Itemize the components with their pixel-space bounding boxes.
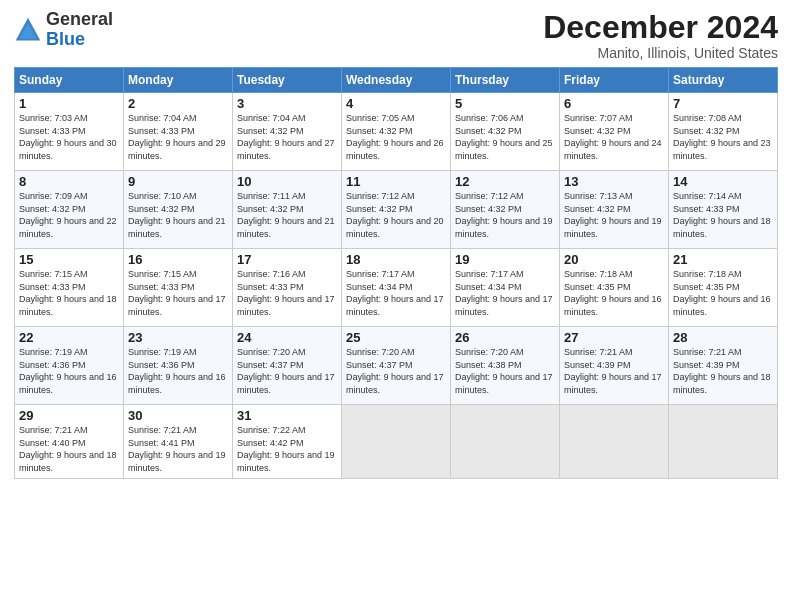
day-info: Sunrise: 7:14 AMSunset: 4:33 PMDaylight:… (673, 191, 771, 239)
day-info: Sunrise: 7:08 AMSunset: 4:32 PMDaylight:… (673, 113, 771, 161)
day-info: Sunrise: 7:12 AMSunset: 4:32 PMDaylight:… (455, 191, 553, 239)
day-info: Sunrise: 7:05 AMSunset: 4:32 PMDaylight:… (346, 113, 444, 161)
calendar-cell: 20 Sunrise: 7:18 AMSunset: 4:35 PMDaylig… (560, 249, 669, 327)
day-info: Sunrise: 7:16 AMSunset: 4:33 PMDaylight:… (237, 269, 335, 317)
calendar-cell: 30 Sunrise: 7:21 AMSunset: 4:41 PMDaylig… (124, 405, 233, 478)
day-number: 12 (455, 174, 555, 189)
day-info: Sunrise: 7:21 AMSunset: 4:39 PMDaylight:… (564, 347, 662, 395)
day-info: Sunrise: 7:20 AMSunset: 4:38 PMDaylight:… (455, 347, 553, 395)
calendar-cell: 22 Sunrise: 7:19 AMSunset: 4:36 PMDaylig… (15, 327, 124, 405)
day-number: 16 (128, 252, 228, 267)
day-number: 27 (564, 330, 664, 345)
col-thursday: Thursday (451, 68, 560, 93)
day-number: 8 (19, 174, 119, 189)
day-number: 29 (19, 408, 119, 423)
calendar-table: Sunday Monday Tuesday Wednesday Thursday… (14, 67, 778, 478)
calendar-week-5: 29 Sunrise: 7:21 AMSunset: 4:40 PMDaylig… (15, 405, 778, 478)
day-number: 14 (673, 174, 773, 189)
day-info: Sunrise: 7:04 AMSunset: 4:32 PMDaylight:… (237, 113, 335, 161)
day-number: 28 (673, 330, 773, 345)
calendar-cell: 6 Sunrise: 7:07 AMSunset: 4:32 PMDayligh… (560, 93, 669, 171)
logo-blue: Blue (46, 29, 85, 49)
calendar-week-1: 1 Sunrise: 7:03 AMSunset: 4:33 PMDayligh… (15, 93, 778, 171)
calendar-cell: 15 Sunrise: 7:15 AMSunset: 4:33 PMDaylig… (15, 249, 124, 327)
day-info: Sunrise: 7:21 AMSunset: 4:39 PMDaylight:… (673, 347, 771, 395)
calendar-cell: 10 Sunrise: 7:11 AMSunset: 4:32 PMDaylig… (233, 171, 342, 249)
day-info: Sunrise: 7:18 AMSunset: 4:35 PMDaylight:… (673, 269, 771, 317)
col-monday: Monday (124, 68, 233, 93)
day-info: Sunrise: 7:06 AMSunset: 4:32 PMDaylight:… (455, 113, 553, 161)
day-number: 30 (128, 408, 228, 423)
calendar-cell (669, 405, 778, 478)
calendar-cell: 31 Sunrise: 7:22 AMSunset: 4:42 PMDaylig… (233, 405, 342, 478)
day-number: 20 (564, 252, 664, 267)
day-info: Sunrise: 7:22 AMSunset: 4:42 PMDaylight:… (237, 425, 335, 473)
day-number: 10 (237, 174, 337, 189)
day-number: 11 (346, 174, 446, 189)
day-info: Sunrise: 7:13 AMSunset: 4:32 PMDaylight:… (564, 191, 662, 239)
day-info: Sunrise: 7:20 AMSunset: 4:37 PMDaylight:… (346, 347, 444, 395)
month-title: December 2024 (543, 10, 778, 45)
calendar-cell: 4 Sunrise: 7:05 AMSunset: 4:32 PMDayligh… (342, 93, 451, 171)
calendar-cell: 25 Sunrise: 7:20 AMSunset: 4:37 PMDaylig… (342, 327, 451, 405)
header: General Blue December 2024 Manito, Illin… (14, 10, 778, 61)
day-info: Sunrise: 7:11 AMSunset: 4:32 PMDaylight:… (237, 191, 335, 239)
day-number: 17 (237, 252, 337, 267)
calendar-cell: 3 Sunrise: 7:04 AMSunset: 4:32 PMDayligh… (233, 93, 342, 171)
calendar-cell (342, 405, 451, 478)
day-number: 6 (564, 96, 664, 111)
day-info: Sunrise: 7:07 AMSunset: 4:32 PMDaylight:… (564, 113, 662, 161)
logo-text: General Blue (46, 10, 113, 50)
header-row: Sunday Monday Tuesday Wednesday Thursday… (15, 68, 778, 93)
day-number: 19 (455, 252, 555, 267)
day-info: Sunrise: 7:12 AMSunset: 4:32 PMDaylight:… (346, 191, 444, 239)
calendar-cell: 12 Sunrise: 7:12 AMSunset: 4:32 PMDaylig… (451, 171, 560, 249)
calendar-cell: 23 Sunrise: 7:19 AMSunset: 4:36 PMDaylig… (124, 327, 233, 405)
calendar-cell: 8 Sunrise: 7:09 AMSunset: 4:32 PMDayligh… (15, 171, 124, 249)
day-info: Sunrise: 7:21 AMSunset: 4:40 PMDaylight:… (19, 425, 117, 473)
day-number: 2 (128, 96, 228, 111)
col-wednesday: Wednesday (342, 68, 451, 93)
day-number: 21 (673, 252, 773, 267)
day-number: 15 (19, 252, 119, 267)
day-info: Sunrise: 7:10 AMSunset: 4:32 PMDaylight:… (128, 191, 226, 239)
logo: General Blue (14, 10, 113, 50)
day-number: 9 (128, 174, 228, 189)
calendar-week-4: 22 Sunrise: 7:19 AMSunset: 4:36 PMDaylig… (15, 327, 778, 405)
calendar-cell: 1 Sunrise: 7:03 AMSunset: 4:33 PMDayligh… (15, 93, 124, 171)
day-number: 4 (346, 96, 446, 111)
calendar-cell: 17 Sunrise: 7:16 AMSunset: 4:33 PMDaylig… (233, 249, 342, 327)
calendar-cell: 5 Sunrise: 7:06 AMSunset: 4:32 PMDayligh… (451, 93, 560, 171)
calendar-cell: 11 Sunrise: 7:12 AMSunset: 4:32 PMDaylig… (342, 171, 451, 249)
day-info: Sunrise: 7:15 AMSunset: 4:33 PMDaylight:… (19, 269, 117, 317)
day-info: Sunrise: 7:17 AMSunset: 4:34 PMDaylight:… (455, 269, 553, 317)
calendar-cell: 18 Sunrise: 7:17 AMSunset: 4:34 PMDaylig… (342, 249, 451, 327)
calendar-cell: 14 Sunrise: 7:14 AMSunset: 4:33 PMDaylig… (669, 171, 778, 249)
day-number: 23 (128, 330, 228, 345)
col-friday: Friday (560, 68, 669, 93)
calendar-cell: 29 Sunrise: 7:21 AMSunset: 4:40 PMDaylig… (15, 405, 124, 478)
calendar-cell: 19 Sunrise: 7:17 AMSunset: 4:34 PMDaylig… (451, 249, 560, 327)
page-container: General Blue December 2024 Manito, Illin… (0, 0, 792, 487)
col-sunday: Sunday (15, 68, 124, 93)
location: Manito, Illinois, United States (543, 45, 778, 61)
day-number: 1 (19, 96, 119, 111)
day-info: Sunrise: 7:20 AMSunset: 4:37 PMDaylight:… (237, 347, 335, 395)
day-number: 5 (455, 96, 555, 111)
calendar-cell: 28 Sunrise: 7:21 AMSunset: 4:39 PMDaylig… (669, 327, 778, 405)
calendar-cell: 9 Sunrise: 7:10 AMSunset: 4:32 PMDayligh… (124, 171, 233, 249)
calendar-body: 1 Sunrise: 7:03 AMSunset: 4:33 PMDayligh… (15, 93, 778, 478)
calendar-week-2: 8 Sunrise: 7:09 AMSunset: 4:32 PMDayligh… (15, 171, 778, 249)
calendar-week-3: 15 Sunrise: 7:15 AMSunset: 4:33 PMDaylig… (15, 249, 778, 327)
calendar-cell: 27 Sunrise: 7:21 AMSunset: 4:39 PMDaylig… (560, 327, 669, 405)
day-number: 31 (237, 408, 337, 423)
calendar-cell: 2 Sunrise: 7:04 AMSunset: 4:33 PMDayligh… (124, 93, 233, 171)
day-info: Sunrise: 7:18 AMSunset: 4:35 PMDaylight:… (564, 269, 662, 317)
calendar-cell: 16 Sunrise: 7:15 AMSunset: 4:33 PMDaylig… (124, 249, 233, 327)
day-number: 7 (673, 96, 773, 111)
calendar-cell (560, 405, 669, 478)
day-number: 26 (455, 330, 555, 345)
day-info: Sunrise: 7:09 AMSunset: 4:32 PMDaylight:… (19, 191, 117, 239)
calendar-cell: 13 Sunrise: 7:13 AMSunset: 4:32 PMDaylig… (560, 171, 669, 249)
day-info: Sunrise: 7:21 AMSunset: 4:41 PMDaylight:… (128, 425, 226, 473)
